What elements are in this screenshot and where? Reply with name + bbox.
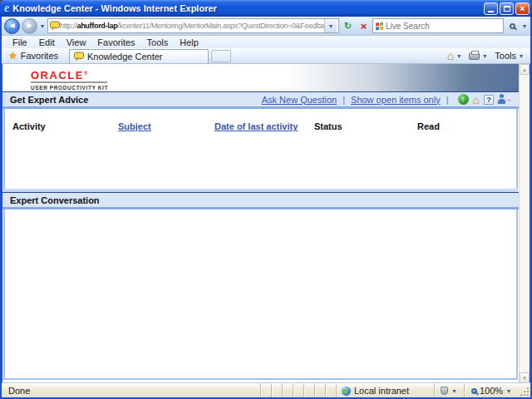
section-title: Expert Conversation <box>10 195 100 205</box>
separator: | <box>337 95 351 105</box>
zoom-control[interactable]: + 100% ▾ <box>464 384 519 397</box>
menu-bar: File Edit View Favorites Tools Help <box>2 36 530 48</box>
expert-conversation-bar: Expert Conversation <box>2 192 519 209</box>
favorites-label: Favorites <box>21 51 58 61</box>
oracle-wordmark: ORACLE® <box>31 68 108 81</box>
logo-divider <box>31 81 107 83</box>
activity-table-panel: Activity Subject Date of last activity S… <box>3 109 518 189</box>
column-header-read: Read <box>417 121 516 131</box>
browser-viewport: ORACLE® USER PRODUCTIVITY KIT Get Expert… <box>2 64 530 383</box>
up-arrow-icon: ↑ <box>461 96 466 103</box>
favorites-button[interactable]: ★ Favorites <box>4 48 66 63</box>
scroll-up-icon: ▲ <box>522 67 527 72</box>
favorites-star-icon: ★ <box>8 50 17 62</box>
globe-icon <box>342 387 351 396</box>
forward-button[interactable]: ▶ <box>22 18 37 34</box>
oracle-upk-logo: ORACLE® USER PRODUCTIVITY KIT <box>31 68 108 91</box>
vertical-scrollbar[interactable]: ▲ ▼ <box>519 64 530 383</box>
windows-flag-icon <box>376 22 383 30</box>
command-bar: ★ Favorites Knowledge Center ⌂ ▾ ▾ Tools… <box>2 48 530 64</box>
table-header-row: Activity Subject Date of last activity S… <box>5 109 516 131</box>
menu-favorites[interactable]: Favorites <box>91 37 140 47</box>
maximize-button[interactable] <box>500 2 514 15</box>
separator: | <box>441 95 455 105</box>
address-dropdown-button[interactable]: ▾ <box>324 19 337 32</box>
logout-button[interactable]: → <box>498 94 511 105</box>
printer-icon <box>469 52 480 60</box>
live-search-box[interactable] <box>372 18 504 33</box>
maximize-icon <box>504 6 510 12</box>
knowledge-center-favicon <box>74 52 84 62</box>
column-header-activity: Activity <box>12 121 118 131</box>
menu-help[interactable]: Help <box>174 37 204 47</box>
address-bar[interactable]: http://ahufford-lap/kcenter11/Mentoring/… <box>47 18 339 33</box>
chevron-down-icon: ▾ <box>518 52 525 60</box>
minimize-icon <box>488 11 494 12</box>
help-button[interactable]: ? <box>484 95 494 105</box>
column-header-date-of-last-activity[interactable]: Date of last activity <box>214 121 314 131</box>
chevron-down-icon: ▾ <box>451 387 457 395</box>
protected-mode-button[interactable]: ▾ <box>434 384 464 397</box>
menu-view[interactable]: View <box>61 37 92 47</box>
search-options-dropdown[interactable]: ▾ <box>521 22 528 30</box>
back-icon: ◀ <box>9 22 14 29</box>
scroll-down-icon: ▼ <box>522 376 527 381</box>
menu-edit[interactable]: Edit <box>33 37 61 47</box>
column-header-subject[interactable]: Subject <box>118 121 214 131</box>
search-input[interactable] <box>386 22 500 31</box>
upk-subtitle: USER PRODUCTIVITY KIT <box>31 85 108 91</box>
close-button[interactable]: × <box>515 2 530 15</box>
minimize-button[interactable] <box>484 2 498 15</box>
column-header-status: Status <box>314 121 417 131</box>
title-bar[interactable]: e Knowledge Center - Windows Internet Ex… <box>0 0 532 17</box>
status-message: Done <box>2 384 260 397</box>
conversation-panel <box>3 209 518 380</box>
tab-knowledge-center[interactable]: Knowledge Center <box>69 49 209 63</box>
zoom-icon: + <box>471 388 477 394</box>
section-title: Get Expert Advice <box>10 95 88 105</box>
print-button[interactable]: ▾ <box>466 52 491 60</box>
knowledge-center-page: ORACLE® USER PRODUCTIVITY KIT Get Expert… <box>2 64 519 383</box>
home-icon: ⌂ <box>447 51 454 61</box>
security-zone: Local intranet <box>336 384 434 397</box>
search-icon <box>510 23 515 29</box>
protected-mode-icon <box>441 387 448 395</box>
home-button[interactable]: ⌂ ▾ <box>444 51 466 61</box>
scroll-up-button[interactable]: ▲ <box>520 64 530 75</box>
ie-logo-icon: e <box>4 2 9 15</box>
navigation-bar: ◀ ▶ ▾ http://ahufford-lap/kcenter11/Ment… <box>2 17 530 36</box>
zoom-level: 100% <box>480 386 503 396</box>
ask-new-question-link[interactable]: Ask New Question <box>262 95 337 105</box>
refresh-button[interactable]: ↻ <box>341 18 355 33</box>
section-toolbar: ↑ ⌂ ? → <box>458 94 511 105</box>
tools-label: Tools <box>495 51 516 61</box>
close-icon: × <box>520 4 525 13</box>
kc-home-button[interactable]: ⌂ <box>473 95 480 105</box>
chevron-down-icon: ▾ <box>505 387 512 395</box>
menu-file[interactable]: File <box>7 37 33 47</box>
tab-title: Knowledge Center <box>87 52 163 62</box>
back-button[interactable]: ◀ <box>4 18 20 34</box>
status-bar: Done Local intranet ▾ + 100% ▾ <box>2 383 530 397</box>
zone-label: Local intranet <box>354 386 409 396</box>
stop-button[interactable]: × <box>357 18 371 33</box>
search-button[interactable] <box>505 18 520 33</box>
forward-icon: ▶ <box>27 22 32 29</box>
chevron-down-icon: ▾ <box>456 52 462 60</box>
url-domain: ahufford-lap <box>76 22 117 30</box>
scroll-down-button[interactable]: ▼ <box>520 372 530 383</box>
logout-arrow-icon: → <box>504 95 512 103</box>
menu-tools[interactable]: Tools <box>141 37 175 47</box>
chevron-down-icon: ▾ <box>328 22 334 30</box>
url-text: http://ahufford-lap/kcenter11/Mentoring/… <box>60 22 324 30</box>
new-tab-button[interactable] <box>211 50 231 62</box>
page-header-band: ORACLE® USER PRODUCTIVITY KIT <box>2 64 519 91</box>
resize-grip[interactable] <box>519 384 530 397</box>
tools-button[interactable]: Tools ▾ <box>491 51 528 61</box>
get-expert-advice-bar: Get Expert Advice Ask New Question | Sho… <box>2 91 519 109</box>
window-title: Knowledge Center - Windows Internet Expl… <box>12 3 484 13</box>
history-dropdown[interactable]: ▾ <box>39 22 46 30</box>
go-back-button[interactable]: ↑ <box>458 94 469 105</box>
knowledge-center-favicon <box>50 21 60 31</box>
show-open-items-only-link[interactable]: Show open items only <box>351 95 441 105</box>
